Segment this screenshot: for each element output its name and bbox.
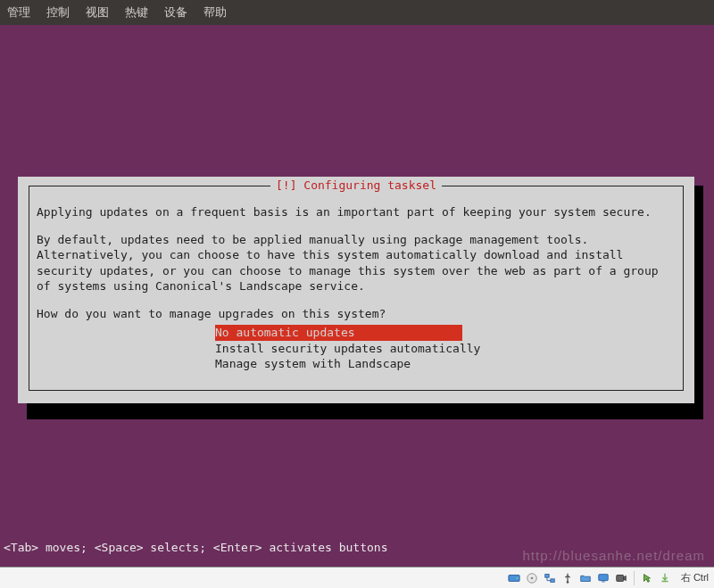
- menu-devices[interactable]: 设备: [164, 4, 187, 21]
- dialog-para1: Applying updates on a frequent basis is …: [37, 204, 676, 220]
- dialog-question: How do you want to manage upgrades on th…: [37, 306, 676, 322]
- svg-rect-4: [545, 574, 549, 577]
- shared-folder-icon[interactable]: [578, 571, 593, 585]
- recording-icon[interactable]: [614, 571, 628, 585]
- status-divider: [634, 571, 635, 585]
- hard-disk-icon[interactable]: [507, 571, 521, 585]
- mouse-integration-icon[interactable]: [640, 571, 654, 585]
- usb-icon[interactable]: [560, 571, 575, 585]
- network-icon[interactable]: [543, 571, 557, 585]
- svg-rect-7: [599, 574, 609, 580]
- watermark-text: http://bluesanhe.net/dream: [523, 548, 705, 563]
- menu-view[interactable]: 视图: [86, 4, 109, 21]
- menu-help[interactable]: 帮助: [203, 4, 227, 21]
- option-no-automatic-updates[interactable]: No automatic updates: [215, 325, 676, 341]
- options-list: No automatic updates Install security up…: [215, 325, 676, 372]
- keyboard-capture-icon[interactable]: [658, 571, 672, 585]
- svg-point-3: [531, 576, 534, 579]
- host-key-label: 右 Ctrl: [681, 571, 709, 584]
- dialog-para2: By default, updates need to be applied m…: [37, 232, 676, 294]
- menu-control[interactable]: 控制: [46, 4, 70, 21]
- tasksel-dialog: [!] Configuring tasksel Applying updates…: [18, 177, 694, 403]
- option-landscape[interactable]: Manage system with Landscape: [215, 356, 676, 372]
- svg-point-6: [567, 581, 569, 584]
- option-security-updates-auto[interactable]: Install security updates automatically: [215, 341, 676, 357]
- installer-screen: [!] Configuring tasksel Applying updates…: [0, 25, 714, 563]
- svg-rect-8: [602, 581, 605, 582]
- svg-rect-5: [551, 578, 554, 582]
- menu-hotkeys[interactable]: 热键: [125, 4, 148, 21]
- help-bar: <Tab> moves; <Space> selects; <Enter> ac…: [4, 541, 387, 554]
- svg-rect-9: [617, 575, 624, 581]
- menu-manage[interactable]: 管理: [7, 4, 30, 21]
- display-icon[interactable]: [596, 571, 610, 585]
- svg-point-1: [516, 577, 518, 579]
- vm-menubar: 管理 控制 视图 热键 设备 帮助: [0, 0, 714, 25]
- vm-status-bar: 右 Ctrl: [0, 567, 714, 588]
- dialog-frame: [!] Configuring tasksel Applying updates…: [29, 186, 684, 391]
- dialog-title: [!] Configuring tasksel: [270, 178, 442, 192]
- optical-disk-icon[interactable]: [525, 571, 539, 585]
